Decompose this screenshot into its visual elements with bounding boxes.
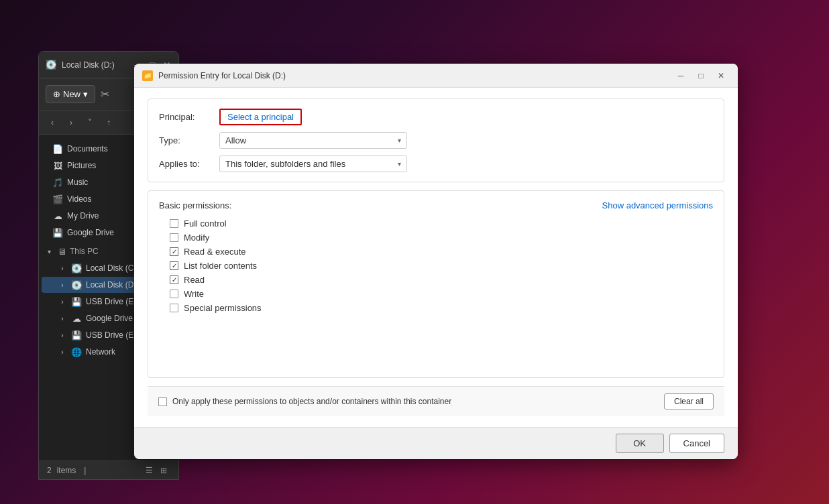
apply-only-label: Only apply these permissions to objects …	[172, 397, 451, 406]
permission-special: Special permissions	[159, 303, 713, 313]
applies-to-row: Applies to: This folder, subfolders and …	[159, 155, 713, 172]
read-label: Read	[184, 275, 205, 285]
applies-to-label: Applies to:	[159, 159, 219, 169]
permission-write: Write	[159, 289, 713, 299]
read-execute-checkbox[interactable]	[170, 247, 178, 256]
cancel-button[interactable]: Cancel	[669, 434, 724, 453]
type-value: Allow	[225, 135, 246, 145]
principal-label: Principal:	[159, 112, 219, 122]
full-control-checkbox[interactable]	[170, 219, 178, 228]
permissions-title: Basic permissions:	[159, 200, 231, 210]
read-execute-label: Read & execute	[184, 247, 246, 257]
dialog-folder-icon: 📁	[142, 70, 153, 81]
type-select[interactable]: Allow ▾	[219, 132, 407, 149]
type-row: Type: Allow ▾	[159, 132, 713, 149]
apply-row: Only apply these permissions to objects …	[148, 386, 724, 416]
applies-to-select[interactable]: This folder, subfolders and files ▾	[219, 155, 407, 172]
dialog-minimize-btn[interactable]: ─	[672, 69, 689, 82]
list-folder-label: List folder contents	[184, 261, 257, 271]
permissions-header: Basic permissions: Show advanced permiss…	[159, 200, 713, 210]
special-checkbox[interactable]	[170, 304, 178, 312]
dialog-close-btn[interactable]: ✕	[712, 69, 730, 82]
dialog-titlebar: 📁 Permission Entry for Local Disk (D:) ─…	[134, 64, 738, 88]
chevron-down-icon: ▾	[398, 137, 401, 144]
permissions-section: Basic permissions: Show advanced permiss…	[148, 190, 724, 378]
show-advanced-link[interactable]: Show advanced permissions	[602, 200, 713, 210]
permission-read: Read	[159, 275, 713, 285]
dialog-win-buttons: ─ □ ✕	[672, 69, 730, 82]
permission-dialog: 📁 Permission Entry for Local Disk (D:) ─…	[134, 64, 738, 459]
dialog-title: Permission Entry for Local Disk (D:)	[158, 71, 672, 80]
principal-row: Principal: Select a principal	[159, 109, 713, 125]
write-label: Write	[184, 289, 204, 299]
dialog-overlay: 📁 Permission Entry for Local Disk (D:) ─…	[0, 0, 829, 504]
write-checkbox[interactable]	[170, 290, 178, 298]
dialog-restore-btn[interactable]: □	[692, 69, 710, 82]
chevron-down-icon: ▾	[398, 160, 401, 168]
apply-only-row: Only apply these permissions to objects …	[158, 397, 451, 406]
read-checkbox[interactable]	[170, 275, 178, 284]
dialog-footer: OK Cancel	[134, 427, 738, 459]
select-principal-button[interactable]: Select a principal	[219, 109, 302, 125]
ok-button[interactable]: OK	[616, 434, 664, 453]
permission-full-control: Full control	[159, 218, 713, 229]
permission-read-execute: Read & execute	[159, 247, 713, 257]
apply-only-checkbox[interactable]	[158, 397, 167, 406]
dialog-content: Principal: Select a principal Type: Allo…	[134, 88, 738, 427]
form-section-principal: Principal: Select a principal Type: Allo…	[148, 99, 724, 182]
modify-checkbox[interactable]	[170, 233, 178, 242]
special-label: Special permissions	[184, 303, 262, 313]
permission-list-folder: List folder contents	[159, 261, 713, 271]
type-label: Type:	[159, 135, 219, 145]
full-control-label: Full control	[184, 218, 227, 229]
permission-modify: Modify	[159, 233, 713, 243]
list-folder-checkbox[interactable]	[170, 261, 178, 270]
clear-all-button[interactable]: Clear all	[664, 393, 714, 410]
applies-to-value: This folder, subfolders and files	[225, 159, 345, 169]
modify-label: Modify	[184, 233, 209, 243]
